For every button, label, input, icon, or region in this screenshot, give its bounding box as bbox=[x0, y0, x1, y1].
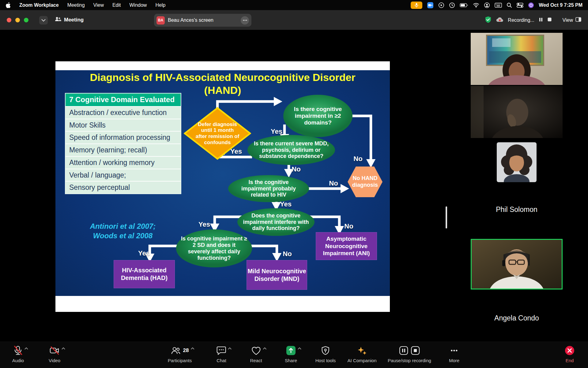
table-row: Speed of information processing bbox=[66, 131, 181, 144]
more-button[interactable]: More bbox=[449, 345, 459, 363]
flow-node-ani: Asymptomatic Neurocognitive Impairment (… bbox=[316, 232, 377, 260]
participant-name: Angela Condo bbox=[471, 314, 563, 322]
ellipsis-icon bbox=[450, 346, 459, 355]
view-button-label: View bbox=[563, 17, 573, 23]
shared-screen-label: Beau Ances's screen bbox=[168, 17, 213, 23]
shared-screen-area: Diagnosis of HIV-Associated Neurocogniti… bbox=[0, 30, 471, 342]
flow-node-q-hiv-related: Is the cognitive impairment probably rel… bbox=[228, 175, 309, 202]
avatar bbox=[497, 142, 537, 182]
view-layout-icon bbox=[575, 17, 581, 23]
host-tools-button-label: Host tools bbox=[315, 358, 336, 363]
audio-options-chevron[interactable] bbox=[24, 345, 28, 351]
fullscreen-window-button[interactable] bbox=[24, 18, 28, 22]
flow-label-yes: Yes bbox=[138, 249, 150, 257]
end-meeting-button[interactable]: End bbox=[565, 345, 575, 363]
user-switch-icon[interactable] bbox=[484, 2, 490, 8]
participants-icon bbox=[55, 16, 61, 23]
menu-view[interactable]: View bbox=[93, 2, 104, 8]
flow-node-had: HIV-Associated Dementia (HAD) bbox=[114, 260, 175, 288]
third-party-status-icon[interactable] bbox=[528, 2, 534, 8]
table-row: Attention / working memory bbox=[66, 156, 181, 169]
window-collapse-chevron[interactable] bbox=[39, 16, 48, 25]
control-center-icon[interactable] bbox=[517, 3, 523, 8]
react-button-label: React bbox=[250, 358, 262, 363]
spotlight-search-icon[interactable] bbox=[507, 2, 512, 8]
sparkles-icon bbox=[357, 346, 367, 355]
minimize-window-button[interactable] bbox=[15, 18, 20, 22]
menu-edit[interactable]: Edit bbox=[112, 2, 121, 8]
video-tile[interactable] bbox=[471, 86, 563, 138]
table-row: Sensory perceptual bbox=[66, 181, 181, 194]
audio-button[interactable]: Audio bbox=[12, 345, 24, 363]
video-tile[interactable] bbox=[471, 33, 563, 85]
playback-status-icon[interactable] bbox=[438, 2, 444, 8]
view-button[interactable]: View bbox=[563, 17, 581, 23]
react-button[interactable]: React bbox=[250, 345, 262, 363]
shared-screen-options-icon[interactable] bbox=[241, 16, 249, 25]
host-tools-button[interactable]: Host tools bbox=[315, 345, 336, 363]
meeting-toolbar: Audio Video bbox=[0, 342, 588, 368]
citation-line1: Antinori et al 2007; bbox=[68, 221, 178, 231]
stop-recording-button[interactable] bbox=[547, 17, 552, 23]
battery-icon[interactable] bbox=[460, 3, 468, 7]
table-header: 7 Cognitive Domain Evaluated bbox=[66, 94, 181, 106]
zoom-status-icon[interactable] bbox=[427, 2, 434, 9]
share-icon bbox=[286, 346, 296, 355]
close-window-button[interactable] bbox=[7, 18, 11, 22]
pause-recording-icon[interactable] bbox=[399, 346, 408, 355]
menu-window[interactable]: Window bbox=[130, 2, 147, 8]
flow-node-q-severity: Is cognitive impairment ≥ 2 SD and does … bbox=[176, 229, 252, 267]
share-button-label: Share bbox=[285, 358, 297, 363]
citation-line2: Woods et al 2008 bbox=[68, 231, 178, 240]
pause-stop-recording-button[interactable]: Pause/stop recording bbox=[388, 345, 431, 363]
menu-help[interactable]: Help bbox=[155, 2, 165, 8]
table-row: Abstraction / executive function bbox=[66, 106, 181, 119]
share-options-chevron[interactable] bbox=[298, 345, 301, 351]
participants-button[interactable]: 28 Participants bbox=[168, 345, 192, 363]
video-button-label: Video bbox=[49, 358, 60, 363]
react-options-chevron[interactable] bbox=[263, 345, 266, 351]
tab-shared-screen[interactable]: BA Beau Ances's screen bbox=[154, 14, 251, 27]
flow-node-q-domains: Is there cognitive impairment in ≥2 doma… bbox=[283, 95, 352, 137]
history-clock-icon[interactable] bbox=[449, 2, 455, 8]
table-row: Verbal / language; bbox=[66, 169, 181, 181]
zoom-meeting-window: Zoom Workplace Meeting View Edit Window … bbox=[0, 0, 588, 368]
tab-meeting-label: Meeting bbox=[64, 17, 84, 23]
mic-in-use-indicator[interactable] bbox=[411, 2, 422, 9]
participant-cell[interactable]: Angela Condo bbox=[471, 239, 563, 322]
recording-status-text: Recording... bbox=[508, 17, 534, 23]
shield-icon bbox=[321, 346, 330, 355]
tab-meeting[interactable]: Meeting bbox=[55, 16, 84, 23]
flow-label-no: No bbox=[283, 250, 292, 258]
chat-options-chevron[interactable] bbox=[228, 345, 232, 351]
zoom-titlebar: Meeting BA Beau Ances's screen Recording… bbox=[0, 10, 588, 30]
menubar-clock[interactable]: Wed Oct 9 7:25 PM bbox=[539, 2, 582, 8]
menubar-app-name[interactable]: Zoom Workplace bbox=[19, 2, 59, 8]
participants-video-panel: Phil Solomon bbox=[471, 33, 563, 322]
slide-title-line1: Diagnosis of HIV-Associated Neurocogniti… bbox=[55, 71, 390, 83]
pause-recording-button[interactable] bbox=[538, 17, 543, 23]
flow-node-no-hand-diagnosis: No HAND diagnosis bbox=[347, 166, 383, 198]
security-shield-icon[interactable] bbox=[484, 16, 492, 25]
shared-slide: Diagnosis of HIV-Associated Neurocogniti… bbox=[55, 61, 390, 312]
participant-webcam bbox=[471, 86, 563, 138]
keyboard-input-icon[interactable] bbox=[495, 3, 502, 8]
apple-menu-icon[interactable] bbox=[6, 2, 11, 8]
chat-button[interactable]: Chat bbox=[217, 345, 226, 363]
flow-label-yes: Yes bbox=[280, 200, 292, 208]
video-button[interactable]: Video bbox=[49, 345, 60, 363]
menu-meeting[interactable]: Meeting bbox=[67, 2, 85, 8]
participant-cell[interactable]: Phil Solomon bbox=[471, 142, 563, 238]
stop-recording-icon[interactable] bbox=[411, 346, 420, 355]
no-hand-text: No HAND diagnosis bbox=[347, 166, 383, 198]
scrollbar-thumb[interactable] bbox=[446, 206, 447, 228]
more-button-label: More bbox=[449, 358, 459, 363]
active-speaker-tile[interactable] bbox=[471, 239, 563, 289]
participants-options-chevron[interactable] bbox=[190, 345, 194, 351]
flow-label-yes: Yes bbox=[230, 148, 242, 155]
video-options-chevron[interactable] bbox=[62, 345, 65, 351]
ai-companion-button[interactable]: AI Companion bbox=[347, 345, 376, 363]
audio-button-label: Audio bbox=[12, 358, 24, 363]
share-button[interactable]: Share bbox=[285, 345, 297, 363]
wifi-icon[interactable] bbox=[473, 3, 479, 8]
